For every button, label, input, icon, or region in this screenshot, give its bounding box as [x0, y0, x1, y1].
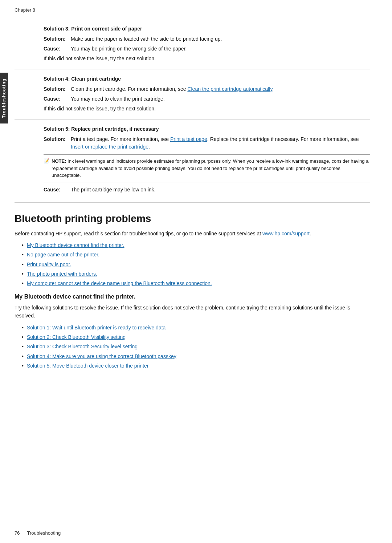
solution-block-4: Solution 4: Clean print cartridge Soluti…	[15, 69, 370, 119]
main-content: Chapter 8 Solution 3: Print on correct s…	[15, 7, 370, 543]
bt-bullet-link-2[interactable]: Print quality is poor.	[27, 262, 71, 267]
solution-5-solution-text: Print a test page. For more information,…	[71, 135, 370, 151]
note-icon: 📝	[44, 158, 49, 163]
bt-subsection-bullet-list: Solution 1: Wait until Bluetooth printer…	[22, 324, 370, 370]
bluetooth-intro-text: Before contacting HP support, read this …	[15, 231, 262, 236]
bt-sub-bullet-link-0[interactable]: Solution 1: Wait until Bluetooth printer…	[27, 325, 166, 331]
bt-sub-bullet-link-2[interactable]: Solution 3: Check Bluetooth Security lev…	[27, 344, 138, 349]
solution-5-solution-row: Solution: Print a test page. For more in…	[15, 135, 370, 151]
bt-sub-bullet-link-1[interactable]: Solution 2: Check Bluetooth Visibility s…	[27, 334, 126, 340]
solution-3-if-not-solve: If this did not solve the issue, try the…	[15, 55, 370, 62]
page-footer: 76 Troubleshooting	[15, 530, 377, 536]
solution-5-solution-label: Solution:	[44, 135, 71, 151]
note-label: NOTE:	[52, 158, 66, 164]
solution-5-note-box: 📝 NOTE: Ink level warnings and indicator…	[44, 154, 370, 182]
bt-subsection-heading: My Bluetooth device cannot find the prin…	[15, 293, 370, 300]
solution-4-title: Solution 4: Clean print cartridge	[15, 76, 370, 82]
solution-5-text-mid: . Replace the print cartridge if necessa…	[207, 136, 359, 142]
solution-4-text-post: .	[272, 86, 274, 92]
solution-3-cause-text: You may be printing on the wrong side of…	[71, 45, 370, 53]
solution-4-link[interactable]: Clean the print cartridge automatically	[187, 86, 272, 92]
list-item: The photo printed with borders.	[22, 270, 370, 278]
solution-3-cause-label: Cause:	[44, 45, 71, 53]
solution-4-solution-text: Clean the print cartridge. For more info…	[71, 85, 370, 93]
solution-3-solution-row: Solution: Make sure the paper is loaded …	[15, 35, 370, 43]
note-content: NOTE: Ink level warnings and indicators …	[52, 158, 370, 179]
sidebar-tab: Troubleshooting	[0, 73, 8, 123]
bt-bullet-link-3[interactable]: The photo printed with borders.	[27, 271, 97, 277]
footer-page-number: 76	[15, 530, 20, 536]
solution-4-cause-text: You may need to clean the print cartridg…	[71, 95, 370, 103]
solution-4-solution-row: Solution: Clean the print cartridge. For…	[15, 85, 370, 93]
bt-sub-bullet-link-4[interactable]: Solution 5: Move Bluetooth device closer…	[27, 363, 148, 369]
solution-3-solution-label: Solution:	[44, 35, 71, 43]
bluetooth-section-heading: Bluetooth printing problems	[15, 213, 370, 224]
bt-sub-bullet-link-3[interactable]: Solution 4: Make sure you are using the …	[27, 353, 176, 359]
list-item: Solution 1: Wait until Bluetooth printer…	[22, 324, 370, 332]
solution-4-solution-label: Solution:	[44, 85, 71, 93]
solution-3-title: Solution 3: Print on correct side of pap…	[15, 26, 370, 32]
solution-4-text-pre: Clean the print cartridge. For more info…	[71, 86, 187, 92]
solution-5-link2[interactable]: Insert or replace the print cartridge	[71, 144, 148, 150]
list-item: Solution 3: Check Bluetooth Security lev…	[22, 343, 370, 350]
list-item: My computer cannot set the device name u…	[22, 279, 370, 287]
solution-5-title: Solution 5: Replace print cartridge, if …	[15, 126, 370, 132]
chapter-label: Chapter 8	[15, 7, 370, 13]
solution-5-cause-label: Cause:	[44, 186, 71, 194]
bluetooth-intro-end: .	[310, 231, 311, 236]
bt-subsection-intro: Try the following solutions to resolve t…	[15, 304, 370, 320]
solution-4-cause-label: Cause:	[44, 95, 71, 103]
footer-label: Troubleshooting	[27, 530, 61, 536]
solution-block-5: Solution 5: Replace print cartridge, if …	[15, 119, 370, 203]
bluetooth-intro-link[interactable]: www.hp.com/support	[262, 231, 310, 236]
solution-5-cause-text: The print cartridge may be low on ink.	[71, 186, 370, 194]
solution-5-text-post: .	[148, 144, 150, 150]
bluetooth-bullet-list: My Bluetooth device cannot find the prin…	[22, 241, 370, 288]
list-item: Solution 2: Check Bluetooth Visibility s…	[22, 333, 370, 341]
list-item: My Bluetooth device cannot find the prin…	[22, 241, 370, 249]
bluetooth-intro: Before contacting HP support, read this …	[15, 230, 370, 238]
sidebar-tab-label: Troubleshooting	[1, 78, 7, 118]
note-text: Ink level warnings and indicators provid…	[52, 158, 368, 178]
solution-3-cause-row: Cause: You may be printing on the wrong …	[15, 45, 370, 53]
solution-3-solution-text: Make sure the paper is loaded with the s…	[71, 35, 370, 43]
list-item: Solution 5: Move Bluetooth device closer…	[22, 362, 370, 370]
list-item: No page came out of the printer.	[22, 251, 370, 259]
solution-block-3: Solution 3: Print on correct side of pap…	[15, 19, 370, 69]
solution-4-if-not-solve: If this did not solve the issue, try the…	[15, 105, 370, 113]
solution-5-text-pre: Print a test page. For more information,…	[71, 136, 170, 142]
bt-bullet-link-1[interactable]: No page came out of the printer.	[27, 252, 99, 258]
list-item: Solution 4: Make sure you are using the …	[22, 352, 370, 360]
bt-bullet-link-4[interactable]: My computer cannot set the device name u…	[27, 280, 212, 286]
page-wrapper: Troubleshooting Chapter 8 Solution 3: Pr…	[0, 0, 392, 543]
bt-bullet-link-0[interactable]: My Bluetooth device cannot find the prin…	[27, 242, 124, 248]
solution-5-link1[interactable]: Print a test page	[170, 136, 207, 142]
list-item: Print quality is poor.	[22, 260, 370, 268]
solution-5-cause-row: Cause: The print cartridge may be low on…	[15, 186, 370, 194]
solution-4-cause-row: Cause: You may need to clean the print c…	[15, 95, 370, 103]
